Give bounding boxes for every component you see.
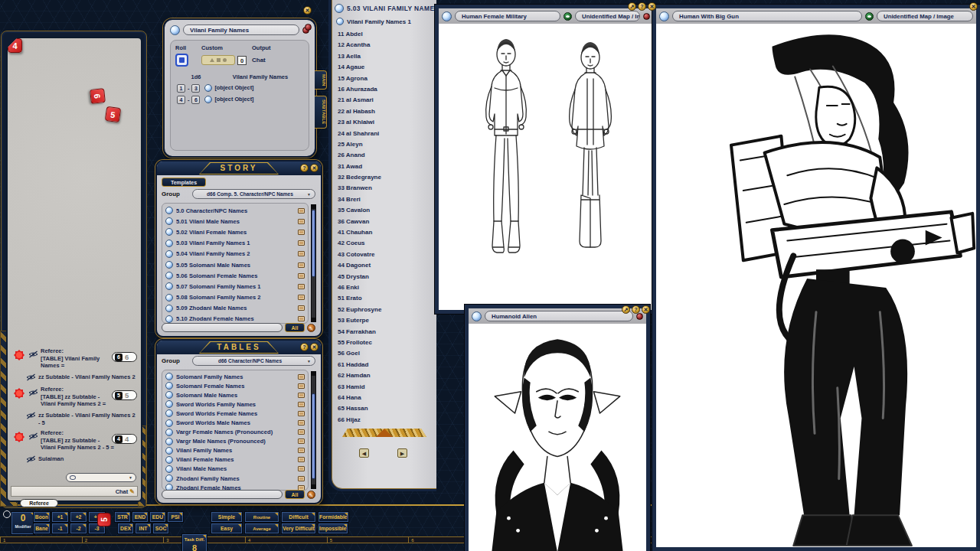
range-high-field[interactable]: 3 xyxy=(191,84,200,93)
hotkey-slot[interactable]: 5 xyxy=(327,537,409,543)
table-link-row[interactable]: Vilani Family Names 1 xyxy=(332,15,436,27)
table-link-label[interactable]: Vilani Family Names 1 xyxy=(347,18,411,25)
table-entry-label[interactable]: Zhodani Family Names xyxy=(176,475,295,482)
pop-out-icon[interactable]: ↗ xyxy=(622,305,630,314)
link-icon[interactable] xyxy=(298,262,305,268)
table-entry-label[interactable]: Vargr Female Names (Pronounced) xyxy=(176,429,295,435)
filter-input[interactable] xyxy=(162,490,283,499)
story-list-item[interactable]: 5.03 Vilani Family Names 1 xyxy=(162,238,308,249)
subtable-link[interactable]: [object Object] xyxy=(214,84,253,91)
link-icon[interactable] xyxy=(298,420,305,425)
stat-button[interactable]: END xyxy=(132,512,148,522)
story-list-item[interactable]: 5.06 Solomani Female Names xyxy=(162,270,308,281)
story-list-item[interactable]: 5.08 Solomani Family Names 2 xyxy=(162,292,308,303)
story-entry-label[interactable]: 5.0 Character/NPC Names xyxy=(176,207,295,214)
scrollbar-thumb[interactable] xyxy=(312,210,315,277)
tables-list-item[interactable]: Solomani Male Names xyxy=(162,390,308,399)
image-title-field[interactable]: Humanoid Alien xyxy=(485,311,633,321)
image-title-field[interactable]: Human Female Military xyxy=(455,11,560,21)
link-icon[interactable] xyxy=(298,295,305,300)
tables-list-item[interactable]: Sword Worlds Male Names xyxy=(162,418,308,427)
stat-button[interactable]: SOC xyxy=(153,523,168,533)
image-canvas-alien[interactable] xyxy=(469,324,646,551)
close-icon[interactable]: ✕ xyxy=(642,305,650,314)
range-low-field[interactable]: 4 xyxy=(177,96,185,104)
modifier-button[interactable]: -2 xyxy=(70,523,87,533)
help-icon[interactable]: ? xyxy=(638,2,646,11)
table-row[interactable]: 4 - 6 [object Object] xyxy=(175,94,304,106)
tables-list-item[interactable]: Solomani Family Names xyxy=(162,372,308,381)
link-icon[interactable] xyxy=(298,251,305,256)
modifier-button[interactable]: +1 xyxy=(52,512,68,522)
tables-list-item[interactable]: Solomani Female Names xyxy=(162,381,308,390)
story-list-item[interactable]: 5.04 Vilani Family Names 2 xyxy=(162,249,308,259)
d6-die-button[interactable]: 5 xyxy=(97,513,111,527)
table-entry-label[interactable]: Sword Worlds Female Names xyxy=(176,410,295,417)
table-entry-label[interactable]: Sword Worlds Family Names xyxy=(176,401,295,408)
chat-input[interactable]: Chat ✎ xyxy=(11,486,138,497)
table-entry-label[interactable]: Solomani Male Names xyxy=(176,392,295,399)
next-page-icon[interactable]: ▶ xyxy=(397,448,407,458)
table-entry-label[interactable]: Vilani Male Names xyxy=(176,465,295,472)
link-icon[interactable] xyxy=(298,448,305,453)
link-icon[interactable] xyxy=(298,466,305,471)
story-list-item[interactable]: 5.07 Solomani Family Names 1 xyxy=(162,281,308,292)
table-name-field[interactable] xyxy=(183,24,299,35)
scrollbar-thumb[interactable] xyxy=(312,393,315,479)
hotkey-slot[interactable]: 2 xyxy=(82,537,164,543)
help-icon[interactable]: ? xyxy=(300,164,309,172)
stat-button[interactable]: DEX xyxy=(118,523,133,533)
hotkey-slot[interactable]: 1 xyxy=(0,537,82,543)
lock-icon[interactable] xyxy=(643,13,650,20)
tables-list-item[interactable]: Vilani Family Names xyxy=(162,446,308,455)
image-canvas-female[interactable] xyxy=(439,24,653,310)
difficulty-button[interactable]: Simple xyxy=(211,512,242,522)
range-low-field[interactable]: 1 xyxy=(177,84,185,93)
group-dropdown[interactable]: d66 Character/NPC Names ▼ xyxy=(192,356,315,366)
story-list-item[interactable]: 5.09 Zhodani Male Names xyxy=(162,303,308,314)
link-icon[interactable] xyxy=(298,273,305,279)
filter-input[interactable] xyxy=(162,323,283,332)
table-entry-label[interactable]: Vilani Family Names xyxy=(176,447,295,454)
story-entry-label[interactable]: 5.08 Solomani Family Names 2 xyxy=(176,294,295,301)
story-list-item[interactable]: 5.05 Solomani Male Names xyxy=(162,259,308,270)
close-icon[interactable]: ✕ xyxy=(303,6,312,15)
story-entry-label[interactable]: 5.09 Zhodani Male Names xyxy=(176,305,295,311)
group-dropdown[interactable]: d66 Comp. 5. Character/NPC Names ▼ xyxy=(192,189,315,199)
task-difficulty-stack[interactable]: Task Diff. 8 xyxy=(182,534,207,551)
link-icon[interactable] xyxy=(298,439,305,444)
story-list-item[interactable]: 5.0 Character/NPC Names xyxy=(162,205,308,216)
table-entry-label[interactable]: Vargr Male Names (Pronounced) xyxy=(176,438,295,445)
tables-scrollbar[interactable] xyxy=(311,371,316,489)
story-scrollbar[interactable] xyxy=(311,204,316,322)
side-tab[interactable]: MAIN xyxy=(315,70,327,90)
link-icon[interactable] xyxy=(298,240,305,246)
help-icon[interactable]: ? xyxy=(300,343,309,351)
difficulty-button[interactable]: Difficult xyxy=(282,512,315,522)
modifier-button[interactable]: Boon xyxy=(34,512,50,522)
red-die[interactable]: 6 xyxy=(90,88,106,104)
modifier-stack[interactable]: 0 Modifier xyxy=(11,512,34,534)
pencil-icon[interactable]: ✎ xyxy=(307,324,315,332)
close-icon[interactable]: ✕ xyxy=(648,2,656,11)
story-entry-label[interactable]: 5.04 Vilani Family Names 2 xyxy=(176,250,295,257)
story-entry-label[interactable]: 5.07 Solomani Family Names 1 xyxy=(176,283,295,290)
stat-button[interactable]: PSI xyxy=(168,512,183,522)
tables-list-item[interactable]: Sword Worlds Family Names xyxy=(162,399,308,409)
modifier-button[interactable]: Bane xyxy=(34,523,50,533)
lock-icon[interactable] xyxy=(305,24,312,31)
close-icon[interactable]: ✕ xyxy=(310,343,318,351)
side-tab[interactable]: SUBTABLE xyxy=(315,96,327,128)
image-canvas-biggun[interactable] xyxy=(656,24,976,547)
close-icon[interactable]: ✕ xyxy=(969,2,978,11)
pop-out-icon[interactable]: ↗ xyxy=(628,2,636,11)
story-list-item[interactable]: 5.02 Vilani Female Names xyxy=(162,227,308,237)
link-icon[interactable] xyxy=(298,393,305,398)
templates-button[interactable]: Templates xyxy=(162,178,206,187)
tables-list-item[interactable]: Zhodani Family Names xyxy=(162,474,308,483)
link-icon[interactable] xyxy=(298,383,305,389)
difficulty-button[interactable]: Formidable xyxy=(318,512,348,522)
image-title-field[interactable]: Human With Big Gun xyxy=(672,11,862,21)
difficulty-button[interactable]: Easy xyxy=(211,523,242,533)
stat-button[interactable]: STR xyxy=(115,512,130,522)
